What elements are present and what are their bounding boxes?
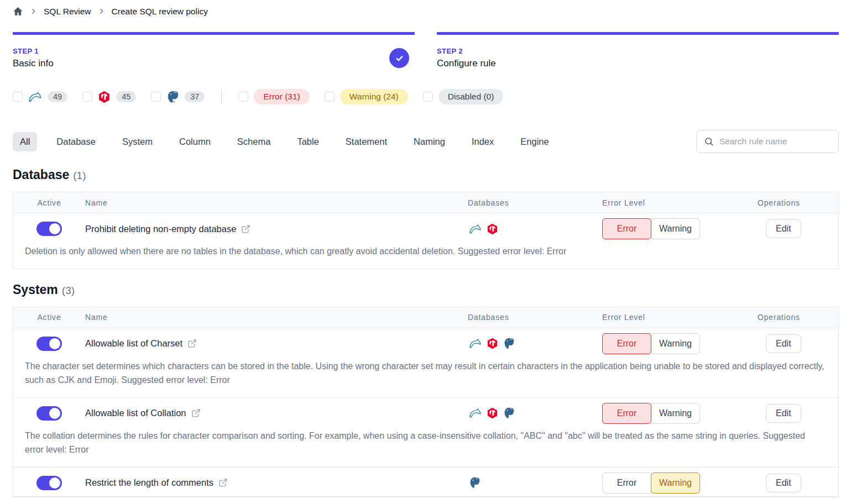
breadcrumb: SQL Review Create SQL review policy — [13, 0, 839, 17]
rule-active-toggle[interactable] — [36, 337, 62, 351]
system-rule-table: Active Name Databases Error Level Operat… — [13, 307, 839, 497]
error-level-toggle-group: Error Warning — [602, 218, 758, 239]
edit-button[interactable]: Edit — [766, 219, 801, 238]
rule-name-link[interactable]: Prohibit deleting non-empty database — [85, 224, 236, 234]
table-row: Allowable list of Collation — [13, 398, 838, 427]
rule-active-toggle[interactable] — [36, 476, 62, 490]
tidb-filter-checkbox[interactable] — [82, 92, 92, 102]
error-level-warning-button[interactable]: Warning — [651, 403, 700, 424]
section-system-count: (3) — [62, 285, 75, 297]
table-row: Allowable list of Charset — [13, 328, 838, 357]
rule-active-toggle[interactable] — [36, 222, 62, 236]
stepper: STEP 1 Basic info STEP 2 Configure rule — [13, 32, 839, 69]
rule-name-link[interactable]: Restrict the length of comments — [85, 477, 213, 488]
tab-engine[interactable]: Engine — [513, 132, 556, 151]
postgres-filter-checkbox[interactable] — [151, 92, 161, 102]
error-level-toggle-group: Error Warning — [602, 333, 758, 354]
rule-name-link[interactable]: Allowable list of Collation — [85, 408, 186, 418]
column-header-error-level: Error Level — [602, 198, 758, 207]
postgres-icon — [503, 338, 515, 349]
disabled-filter-pill[interactable]: Disabled (0) — [438, 89, 504, 104]
tab-system[interactable]: System — [115, 132, 160, 151]
breadcrumb-chevron-icon — [30, 8, 37, 15]
external-link-icon[interactable] — [241, 224, 250, 234]
search-icon — [704, 136, 714, 146]
error-filter-checkbox[interactable] — [238, 92, 248, 102]
edit-button[interactable]: Edit — [766, 334, 801, 353]
error-level-toggle-group: Error Warning — [602, 403, 758, 424]
tidb-icon — [487, 407, 498, 419]
tab-column[interactable]: Column — [172, 132, 218, 151]
postgres-icon — [166, 91, 179, 103]
category-tabs-row: All Database System Column Schema Table … — [13, 130, 839, 153]
error-level-error-button[interactable]: Error — [602, 403, 651, 424]
filter-tidb: 45 — [82, 91, 136, 103]
column-header-active: Active — [13, 198, 85, 207]
rule-restrict-the-length-of-comments: Restrict the length of comments Error — [13, 468, 838, 497]
error-level-error-button[interactable]: Error — [602, 333, 651, 354]
filter-error: Error (31) — [238, 89, 309, 104]
database-rule-table: Active Name Databases Error Level Operat… — [13, 192, 839, 269]
table-header: Active Name Databases Error Level Operat… — [13, 192, 838, 213]
column-header-active: Active — [13, 313, 85, 322]
step-1: STEP 1 Basic info — [13, 32, 415, 69]
error-level-error-button[interactable]: Error — [602, 473, 651, 494]
tab-naming[interactable]: Naming — [406, 132, 452, 151]
column-header-databases: Databases — [468, 198, 602, 207]
step-2: STEP 2 Configure rule — [437, 32, 839, 69]
mysql-icon — [469, 407, 482, 419]
step-2-label: STEP 2 — [437, 47, 496, 55]
section-system: System (3) Active Name Databases Error L… — [13, 282, 839, 497]
column-header-name: Name — [85, 313, 468, 322]
step-2-progress-bar — [437, 32, 839, 35]
filter-postgres: 37 — [151, 91, 205, 103]
error-level-warning-button[interactable]: Warning — [651, 473, 700, 494]
rule-name-link[interactable]: Allowable list of Charset — [85, 338, 182, 349]
filter-divider — [221, 90, 222, 104]
breadcrumb-sql-review[interactable]: SQL Review — [44, 7, 91, 17]
external-link-icon[interactable] — [218, 478, 228, 487]
postgres-count-badge: 37 — [185, 91, 205, 102]
edit-button[interactable]: Edit — [766, 474, 801, 492]
mysql-count-badge: 49 — [48, 91, 67, 102]
tab-schema[interactable]: Schema — [230, 132, 278, 151]
section-database: Database (1) Active Name Databases Error… — [13, 167, 839, 269]
postgres-icon — [503, 407, 515, 419]
tidb-icon — [487, 338, 498, 349]
tab-index[interactable]: Index — [464, 132, 501, 151]
step-1-completed-check-icon — [389, 48, 409, 68]
breadcrumb-chevron-icon — [98, 8, 105, 15]
tab-table[interactable]: Table — [290, 132, 326, 151]
error-level-error-button[interactable]: Error — [602, 218, 651, 239]
tab-database[interactable]: Database — [49, 132, 103, 151]
rule-allowable-list-of-collation: Allowable list of Collation — [13, 398, 838, 468]
edit-button[interactable]: Edit — [766, 404, 801, 423]
step-1-label: STEP 1 — [13, 47, 54, 55]
search-rule-input[interactable] — [719, 136, 831, 146]
external-link-icon[interactable] — [191, 408, 201, 418]
mysql-icon — [469, 337, 482, 350]
external-link-icon[interactable] — [187, 339, 197, 348]
mysql-filter-checkbox[interactable] — [13, 92, 23, 102]
rule-description: The character set determines which chara… — [13, 357, 838, 397]
error-level-warning-button[interactable]: Warning — [651, 333, 700, 354]
step-1-progress-bar — [13, 32, 415, 35]
create-sql-review-policy-page: SQL Review Create SQL review policy STEP… — [0, 0, 846, 497]
mysql-icon — [469, 223, 482, 235]
home-icon[interactable] — [13, 6, 23, 17]
error-filter-pill[interactable]: Error (31) — [254, 89, 309, 104]
warning-filter-checkbox[interactable] — [325, 92, 335, 102]
tab-statement[interactable]: Statement — [338, 132, 394, 151]
tab-all[interactable]: All — [13, 132, 37, 151]
rule-description: The collation determines the rules for c… — [13, 427, 838, 467]
warning-filter-pill[interactable]: Warning (24) — [340, 89, 408, 104]
section-database-title: Database — [13, 167, 69, 182]
disabled-filter-checkbox[interactable] — [423, 92, 433, 102]
error-level-warning-button[interactable]: Warning — [651, 218, 700, 239]
filter-bar: 49 45 37 — [13, 89, 839, 104]
tidb-icon — [98, 91, 111, 103]
column-header-error-level: Error Level — [602, 313, 758, 322]
table-row: Prohibit deleting non-empty database — [13, 213, 838, 242]
table-row: Restrict the length of comments Error — [13, 468, 838, 496]
rule-active-toggle[interactable] — [36, 406, 62, 421]
